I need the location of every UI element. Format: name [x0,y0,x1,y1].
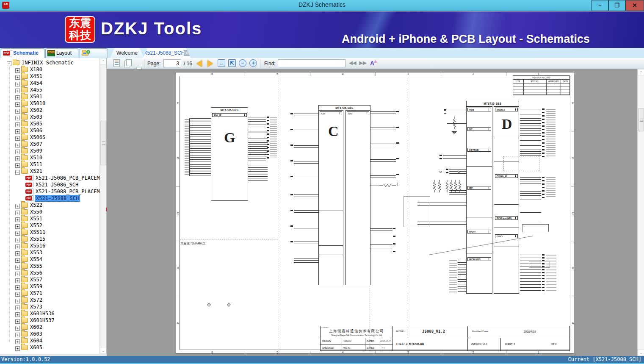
tree-item[interactable]: +X605 [0,344,100,351]
tree-item[interactable]: +X5511 [0,229,100,236]
scroll-down-icon[interactable]: ⌄ [638,349,644,356]
tree-item[interactable]: −INFINIX Schematic [0,59,100,66]
tree-item[interactable]: +X5516 [0,242,100,249]
expand-icon[interactable]: + [15,68,20,73]
expand-icon[interactable]: + [15,143,20,147]
expand-icon[interactable]: + [15,278,20,283]
close-button[interactable]: ✕ [625,0,644,11]
expand-icon[interactable]: + [15,346,20,351]
tree-item[interactable]: PDFX521-J5088_SCH [0,195,100,202]
tab-schematic[interactable]: PDFSchematic [1,48,44,58]
expand-icon[interactable]: + [15,272,20,276]
expand-icon[interactable]: + [15,75,20,80]
expand-icon[interactable]: + [15,265,20,270]
tree-item[interactable]: PDFX521-J5086_PCB_PLACEMENT [0,175,100,181]
sidebar-scrollbar[interactable]: ⌃ ⌄ [100,58,106,354]
expand-icon[interactable]: + [15,319,20,324]
tree-item[interactable]: +X5515 [0,236,100,242]
tree-item[interactable]: +X552 [0,222,100,229]
tree-item[interactable]: +X572 [0,297,100,303]
expand-icon[interactable]: + [15,95,20,100]
tab-share[interactable]: +Share [80,48,108,58]
scroll-up-icon[interactable]: ⌃ [638,69,644,76]
tree-item[interactable]: +X555 [0,263,100,270]
tree-item[interactable]: +X601H537 [0,317,100,324]
tree-item[interactable]: +X571 [0,290,100,297]
tab-document-active[interactable]: X521-J5088_SCH x [143,48,191,58]
expand-icon[interactable]: + [15,89,20,93]
tree-item[interactable]: +X455 [0,86,100,93]
expand-icon[interactable]: + [15,292,20,297]
maximize-button[interactable]: ❐ [608,0,625,11]
prev-page-icon[interactable] [196,60,202,67]
tree-item[interactable]: +X503 [0,114,100,120]
tree-item[interactable]: PDFX521-J5086_SCH [0,181,100,188]
tab-welcome[interactable]: Welcome [110,48,144,58]
font-size-icon[interactable]: Aa [370,59,376,68]
next-page-icon[interactable] [207,60,213,67]
tree-item[interactable]: +X501 [0,93,100,100]
tree-item[interactable]: +X556 [0,270,100,276]
tree-item[interactable]: −X521 [0,168,100,175]
page-input[interactable] [163,59,181,67]
expand-icon[interactable]: + [15,339,20,344]
collapse-icon[interactable]: − [15,170,20,175]
tree-item[interactable]: +X551 [0,215,100,222]
tree-item[interactable]: +X573 [0,303,100,310]
expand-icon[interactable]: + [15,231,20,236]
scrollbar-thumb[interactable] [100,121,106,165]
expand-icon[interactable]: + [15,312,20,317]
tree-item[interactable]: +X604 [0,337,100,344]
export-text-icon[interactable] [113,59,120,67]
fit-width-icon[interactable]: ↔ [218,59,225,67]
fit-page-icon[interactable]: ⇱ [228,59,236,67]
expand-icon[interactable]: + [15,238,20,242]
expand-icon[interactable]: + [15,217,20,222]
tree-item[interactable]: +X506S [0,134,100,141]
tree-item[interactable]: +X5010 [0,100,100,107]
scroll-up-icon[interactable]: ⌃ [100,58,107,65]
expand-icon[interactable]: + [15,109,20,114]
tree-item[interactable]: +X553 [0,249,100,256]
expand-icon[interactable]: + [15,299,20,303]
zoom-in-icon[interactable]: + [249,59,257,67]
find-next-icon[interactable]: ▶▶ [359,59,367,67]
collapse-icon[interactable]: − [7,61,11,66]
tree-item[interactable]: PDFX521-J5088_PCB_PLACEMENT [0,188,100,195]
expand-icon[interactable]: + [15,211,20,215]
tree-item[interactable]: +X454 [0,80,100,86]
tab-close-icon[interactable]: x [184,50,190,56]
copy-page-icon[interactable] [124,59,131,67]
tree-item[interactable]: +X550 [0,208,100,215]
expand-icon[interactable]: + [15,245,20,249]
expand-icon[interactable]: + [15,326,20,331]
tree-item[interactable]: +X506 [0,127,100,134]
expand-icon[interactable]: + [15,116,20,120]
tree-item[interactable]: +X509 [0,147,100,154]
expand-icon[interactable]: + [15,102,20,107]
tree-item[interactable]: +X603 [0,331,100,337]
tree-item[interactable]: +X505 [0,120,100,127]
tree-item[interactable]: +X180 [0,66,100,73]
tree-item[interactable]: +X507 [0,141,100,147]
expand-icon[interactable]: + [15,251,20,256]
zoom-out-icon[interactable]: − [239,59,246,67]
tab-layout[interactable]: PADSLayout [45,48,78,58]
expand-icon[interactable]: + [15,156,20,161]
expand-icon[interactable]: + [15,224,20,229]
find-input[interactable] [278,59,345,67]
tree-item[interactable]: +X502 [0,107,100,114]
expand-icon[interactable]: + [15,150,20,154]
tree-item[interactable]: +X451 [0,73,100,80]
tree-item[interactable]: +X559 [0,283,100,290]
viewer-scrollbar[interactable]: ⌃ ⌄ [637,69,644,356]
tree-item[interactable]: +X601H536 [0,310,100,317]
expand-icon[interactable]: + [15,306,20,310]
expand-icon[interactable]: + [15,129,20,134]
expand-icon[interactable]: + [15,285,20,290]
tree-item[interactable]: +X557 [0,276,100,283]
tree-item[interactable]: +X554 [0,256,100,263]
expand-icon[interactable]: + [15,82,20,86]
expand-icon[interactable]: + [15,333,20,337]
expand-icon[interactable]: + [15,163,20,168]
